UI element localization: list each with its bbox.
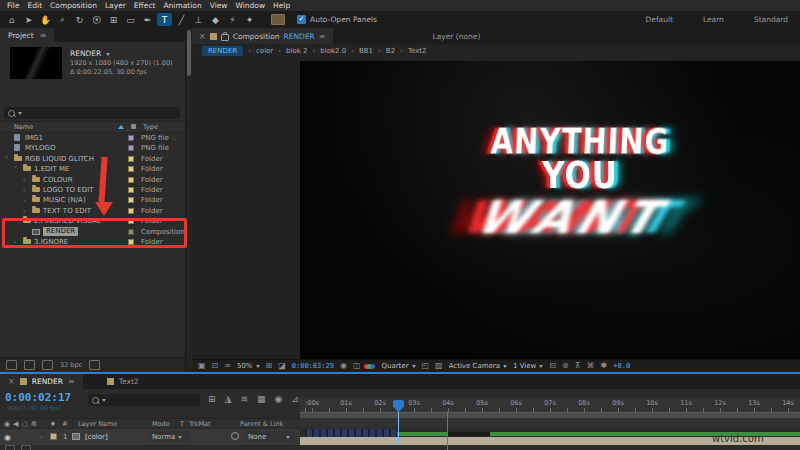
label-color-column-icon[interactable] [131,124,136,129]
type-tool-icon[interactable]: T [157,13,172,26]
twirl-icon[interactable]: › [40,433,42,440]
scrollbar-thumb[interactable] [187,30,191,76]
show-channel-icon[interactable] [366,364,375,369]
puppet-pin-tool-icon[interactable]: ✦ [242,13,257,26]
label-color-swatch[interactable] [128,166,134,172]
camera-tool-icon[interactable]: ⦿ [89,13,104,26]
pixel-aspect-icon[interactable]: ⊟ [549,360,556,372]
tab-layer-none[interactable]: Layer (none) [433,28,481,44]
eye-icon[interactable]: ◉ [4,433,11,442]
home-tool-icon[interactable]: ⌂ [4,13,19,26]
new-folder-icon[interactable] [24,360,35,370]
always-preview-icon[interactable]: ▣ [198,360,206,372]
breadcrumb-text2[interactable]: Text2 [408,47,427,55]
preview-item-name[interactable]: RENDER [70,49,110,58]
pickwhip-icon[interactable] [231,432,239,440]
menu-composition[interactable]: Composition [46,0,101,11]
label-color-swatch[interactable] [128,177,134,183]
project-item-mylogo[interactable]: MYLOGOPNG file [0,143,185,153]
timeline-button-icon[interactable]: ⊼ [575,360,581,372]
roto-brush-tool-icon[interactable]: ⚡ [225,13,240,26]
hand-tool-icon[interactable]: ✋ [38,13,53,26]
twirl-closed-icon[interactable]: › [23,176,25,183]
twirl-closed-icon[interactable]: › [23,186,25,193]
breadcrumb-render[interactable]: RENDER [202,46,243,56]
breadcrumb-blok2-0[interactable]: blok2.0 [320,47,346,55]
mask-visibility-icon[interactable]: ◪ [278,360,286,372]
exposure-value[interactable]: +0.0 [613,362,630,370]
new-composition-icon[interactable] [42,360,53,370]
project-bit-depth[interactable]: 32 bpc [60,361,82,369]
time-ruler[interactable]: :00s01s02s03s04s05s06s07s08s09s10s11s12s… [300,398,800,413]
current-timecode[interactable]: 0:00:02:17 [5,391,71,404]
breadcrumb-color[interactable]: color [256,47,273,55]
breadcrumb-blok-2[interactable]: blok 2 [286,47,307,55]
resolution-select[interactable]: Quarter [381,362,415,370]
tab-composition-render[interactable]: × Composition RENDER ≡ [192,28,333,44]
workspace-panel-icon[interactable] [271,14,285,25]
project-item-music-n-a-[interactable]: ›MUSIC (N/A)Folder [0,195,185,205]
tab-timeline-render[interactable]: × RENDER ≡ [0,374,83,389]
trash-icon[interactable] [89,360,100,370]
timeline-search-input[interactable] [88,394,200,406]
twirl-closed-icon[interactable]: › [23,196,25,203]
eraser-tool-icon[interactable]: ◆ [208,13,223,26]
label-color-swatch[interactable] [128,208,134,214]
project-item-1-edit-me[interactable]: ˅1.EDIT MEFolder [0,164,185,174]
parent-link-select[interactable]: None [244,431,294,442]
column-type[interactable]: Type [143,123,158,131]
vr-view-icon[interactable]: ∞ [224,360,231,372]
workspace-default[interactable]: Default [646,15,673,24]
shape-tool-icon[interactable]: ▭ [123,13,138,26]
magnification-select[interactable]: 50% [237,362,260,370]
panel-menu-icon[interactable]: ≡ [40,31,47,40]
selection-tool-icon[interactable]: ➤ [21,13,36,26]
layer-label-swatch[interactable] [50,433,57,440]
column-name[interactable]: Name [14,123,33,131]
menu-layer[interactable]: Layer [101,0,130,11]
layer-name[interactable]: [color] [85,433,108,441]
tab-timeline-text2[interactable]: Text2 [99,374,147,389]
interpret-footage-icon[interactable] [6,360,17,370]
layer-row-color[interactable]: ◉ › 1 [color] Norma None [0,428,300,445]
blend-mode-select[interactable]: Norma [148,431,190,442]
clone-stamp-tool-icon[interactable]: ⊥ [191,13,206,26]
camera-select[interactable]: Active Camera [449,362,507,370]
graph-editor-icon[interactable]: ⊿ [291,394,299,404]
twirl-open-icon[interactable]: ˅ [14,165,17,172]
menu-view[interactable]: View [206,0,232,11]
close-icon[interactable]: × [8,377,15,386]
menu-help[interactable]: Help [269,0,294,11]
show-snapshot-icon[interactable]: ◫ [353,360,361,372]
timeline-bottom-toggles[interactable] [5,445,31,450]
panel-menu-icon[interactable]: ≡ [319,32,326,41]
project-item-img1[interactable]: IMG1PNG file∴ [0,133,185,143]
pan-behind-tool-icon[interactable]: ⊞ [106,13,121,26]
pen-tool-icon[interactable]: ✒ [140,13,155,26]
label-color-swatch[interactable] [128,197,134,203]
project-item-rgb-liquid-glitch[interactable]: ˅RGB LIQUID GLITCHFolder [0,154,185,164]
draft-3d-icon[interactable]: ◮ [225,394,232,404]
menu-effect[interactable]: Effect [130,0,160,11]
breadcrumb-b2[interactable]: B2 [386,47,395,55]
zoom-tool-icon[interactable]: ⌕ [55,13,70,26]
transparency-grid-icon[interactable]: ▨ [435,360,443,372]
auto-open-checkbox[interactable]: ✓ [297,15,306,24]
twirl-closed-icon[interactable]: › [23,207,25,214]
comp-flowchart-icon[interactable]: ⊞ [208,394,216,404]
panel-divider-highlight[interactable] [0,372,800,374]
rotation-tool-icon[interactable]: ↻ [72,13,87,26]
lock-icon[interactable] [221,34,229,41]
label-color-swatch[interactable] [128,187,134,193]
main-viewer-icon[interactable]: ⊡ [212,360,219,372]
workspace-standard[interactable]: Standard [754,15,788,24]
preview-timecode[interactable]: 0:00:03:29 [292,362,334,370]
twirl-open-icon[interactable]: ˅ [5,155,8,162]
menu-window[interactable]: Window [232,0,270,11]
adjust-exposure-icon[interactable]: ✱ [601,360,608,372]
project-item-text-to-edit[interactable]: ›TEXT TO EDITFolder [0,206,185,216]
flowchart-button-icon[interactable]: ⌘ [587,360,595,372]
motion-blur-icon[interactable]: ◉ [275,394,283,404]
project-search-input[interactable] [4,107,180,119]
menu-edit[interactable]: Edit [24,0,47,11]
